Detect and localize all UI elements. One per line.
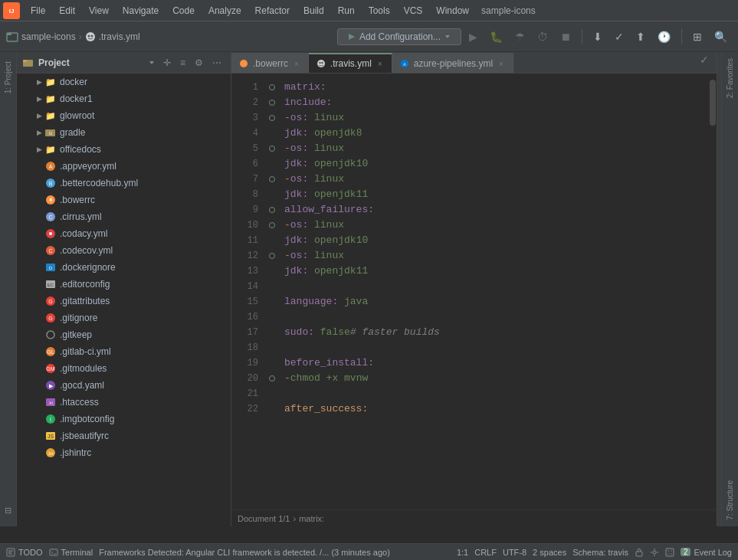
tree-item-dockerignore[interactable]: ▶ D .dockerignore <box>17 259 231 276</box>
gutter-line-20 <box>266 371 278 386</box>
project-tree: ▶ 📁 docker ▶ 📁 docker1 ▶ 📁 glowroot ▶ G <box>17 74 231 526</box>
file-icon-gitignore: G <box>44 312 57 324</box>
project-panel-toggle[interactable]: 1: Project <box>1 55 15 100</box>
tree-item-editorconfig[interactable]: ▶ EC .editorconfig <box>17 276 231 293</box>
scroll-track[interactable] <box>709 74 717 509</box>
line-ending[interactable]: CRLF <box>474 548 497 557</box>
tree-item-gitmodules[interactable]: ▶ GM .gitmodules <box>17 360 231 377</box>
tree-item-gradle[interactable]: ▶ G gradle <box>17 124 231 141</box>
gutter-line-10 <box>266 218 278 233</box>
tree-item-codacy[interactable]: ▶ .codacy.yml <box>17 225 231 242</box>
menu-edit[interactable]: Edit <box>53 4 81 18</box>
tree-item-cirrus[interactable]: ▶ C .cirrus.yml <box>17 208 231 225</box>
schema-info[interactable]: Schema: travis <box>572 548 628 557</box>
profile-button[interactable]: ⏱ <box>533 28 553 46</box>
tree-item-jsbeautifyrc[interactable]: ▶ JS .jsbeautifyrc <box>17 427 231 444</box>
tree-item-jshintrc[interactable]: ▶ JH .jshintrc <box>17 444 231 461</box>
tree-label-codacy: .codacy.yml <box>60 228 107 239</box>
tree-item-appveyor[interactable]: ▶ A .appveyor.yml <box>17 158 231 175</box>
tree-item-gitignore[interactable]: ▶ G .gitignore <box>17 309 231 326</box>
menu-navigate[interactable]: Navigate <box>116 4 165 18</box>
panel-add-btn[interactable]: ✛ <box>160 56 174 70</box>
tab-travis[interactable]: .travis.yml × <box>309 53 392 73</box>
gutter-line-9 <box>266 202 278 218</box>
tab-close-bowerrc[interactable]: × <box>293 59 300 69</box>
panel-header: Project ✛ ≡ ⚙ ⋯ <box>17 52 231 74</box>
menu-window[interactable]: Window <box>430 4 475 18</box>
tree-item-htaccess[interactable]: ▶ .ht .htaccess <box>17 394 231 411</box>
tree-item-docker[interactable]: ▶ 📁 docker <box>17 74 231 90</box>
gutter-line-12 <box>266 248 278 264</box>
tree-item-gitattributes[interactable]: ▶ G .gitattributes <box>17 293 231 309</box>
tree-item-codecov[interactable]: ▶ C .codecov.yml <box>17 242 231 259</box>
tree-item-imgbotconfig[interactable]: ▶ I .imgbotconfig <box>17 411 231 427</box>
breadcrumb-file[interactable]: .travis.yml <box>99 31 140 42</box>
commit-button[interactable]: ✓ <box>610 28 628 46</box>
tree-item-glowroot[interactable]: ▶ 📁 glowroot <box>17 107 231 124</box>
todo-button[interactable]: TODO <box>6 548 43 557</box>
panel-collapse-btn[interactable]: ≡ <box>177 56 189 70</box>
tree-item-gocd[interactable]: ▶ ▶ .gocd.yaml <box>17 377 231 394</box>
encoding[interactable]: UTF-8 <box>503 548 526 557</box>
stop-button[interactable]: ⏹ <box>556 28 576 46</box>
tree-arrow-docker: ▶ <box>34 77 44 87</box>
scroll-thumb[interactable] <box>710 80 716 126</box>
terminal-button[interactable]: Terminal <box>49 548 93 557</box>
code-line-12: - os: linux <box>284 248 709 264</box>
indent-info[interactable]: 2 spaces <box>533 548 566 557</box>
vcs-update-button[interactable]: ⬇ <box>589 28 607 46</box>
tree-item-bettercodehub[interactable]: ▶ B .bettercodehub.yml <box>17 175 231 192</box>
tree-label-codecov: .codecov.yml <box>60 245 113 256</box>
svg-text:GM: GM <box>46 366 54 372</box>
tree-arrow-gradle: ▶ <box>34 127 44 138</box>
gutter-line-17 <box>266 325 278 340</box>
menu-run[interactable]: Run <box>332 4 361 18</box>
push-button[interactable]: ⬆ <box>631 28 650 46</box>
tab-bowerrc[interactable]: .bowerrc × <box>231 53 309 73</box>
menu-vcs[interactable]: VCS <box>398 4 429 18</box>
gutter-line-1 <box>266 80 278 95</box>
panel-settings-btn[interactable]: ⚙ <box>192 56 206 70</box>
tree-item-officedocs[interactable]: ▶ 📁 officedocs <box>17 141 231 158</box>
history-button[interactable]: 🕐 <box>653 28 675 46</box>
svg-text:C: C <box>48 248 52 254</box>
structure-button[interactable]: ⊞ <box>688 28 707 46</box>
code-editor[interactable]: matrix: include: - os: linux jdk: openjd… <box>278 74 709 509</box>
breadcrumb-doc[interactable]: Document 1/1 <box>238 514 290 523</box>
svg-text:A: A <box>49 164 53 169</box>
coverage-button[interactable]: ☂ <box>510 28 530 46</box>
add-configuration-label: Add Configuration... <box>359 31 441 42</box>
event-log-button[interactable]: 2 Event Log <box>681 548 732 557</box>
file-icon-dockerignore: D <box>44 261 57 273</box>
favorites-label[interactable]: 2: Favorites <box>723 52 737 104</box>
gutter-line-4 <box>266 126 278 141</box>
breadcrumb-project[interactable]: sample-icons <box>21 31 76 42</box>
search-everywhere-button[interactable]: 🔍 <box>710 28 732 46</box>
menu-analyze[interactable]: Analyze <box>202 4 248 18</box>
cursor-position[interactable]: 1:1 <box>457 548 468 557</box>
menu-refactor[interactable]: Refactor <box>249 4 296 18</box>
menu-file[interactable]: File <box>25 4 51 18</box>
panel-more-btn[interactable]: ⋯ <box>209 56 225 70</box>
svg-text:C: C <box>48 215 52 220</box>
left-icon-1[interactable]: ⊟ <box>0 500 18 520</box>
tree-item-gitkeep[interactable]: ▶ .gitkeep <box>17 326 231 343</box>
tree-item-bowerrc[interactable]: ▶ 🍦 .bowerrc <box>17 192 231 208</box>
tab-azure[interactable]: A azure-pipelines.yml × <box>392 53 513 73</box>
tree-item-gitlab[interactable]: ▶ GL .gitlab-ci.yml <box>17 343 231 360</box>
menu-tools[interactable]: Tools <box>362 4 396 18</box>
run-button[interactable]: ▶ <box>464 28 482 46</box>
debug-button[interactable]: 🐛 <box>485 28 507 46</box>
tree-item-docker1[interactable]: ▶ 📁 docker1 <box>17 90 231 107</box>
breadcrumb-location[interactable]: matrix: <box>299 514 324 523</box>
tab-close-travis[interactable]: × <box>376 59 384 69</box>
tree-label-htaccess: .htaccess <box>60 397 99 408</box>
menu-build[interactable]: Build <box>297 4 330 18</box>
bower-tab-icon <box>239 59 248 68</box>
menu-view[interactable]: View <box>83 4 115 18</box>
gutter-line-6 <box>266 156 278 172</box>
structure-label[interactable]: 7: Structure <box>723 474 737 526</box>
menu-code[interactable]: Code <box>166 4 201 18</box>
add-configuration-button[interactable]: Add Configuration... <box>337 28 461 45</box>
tab-close-azure[interactable]: × <box>497 59 505 69</box>
